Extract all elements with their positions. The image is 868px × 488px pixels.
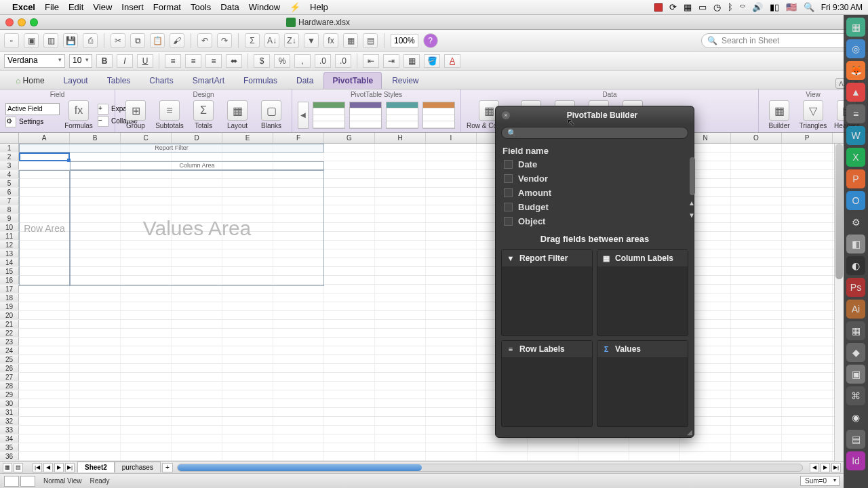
cell[interactable]: [70, 408, 121, 416]
view-normal-button[interactable]: ▦: [3, 463, 12, 472]
cell[interactable]: [324, 179, 375, 187]
cell[interactable]: [19, 152, 70, 161]
cell[interactable]: [375, 197, 426, 205]
cell[interactable]: [19, 399, 70, 407]
cell[interactable]: [426, 144, 477, 152]
cell[interactable]: [222, 170, 273, 178]
cell[interactable]: [19, 197, 70, 205]
autosum-button[interactable]: Σ: [245, 33, 260, 48]
row-header[interactable]: 15: [0, 267, 19, 275]
cell[interactable]: [273, 161, 324, 169]
checkbox-icon[interactable]: [504, 188, 513, 197]
cell[interactable]: [172, 417, 222, 425]
cell[interactable]: [426, 426, 477, 434]
cell[interactable]: [19, 355, 70, 363]
cell[interactable]: [222, 267, 273, 275]
cell[interactable]: [121, 179, 172, 187]
cell[interactable]: [782, 338, 833, 346]
cell[interactable]: [121, 311, 172, 319]
row-header[interactable]: 27: [0, 373, 19, 381]
cell[interactable]: [121, 241, 172, 249]
cell[interactable]: [324, 276, 375, 284]
cell[interactable]: [121, 285, 172, 293]
font-size-select[interactable]: 10: [69, 54, 92, 68]
values-dropzone[interactable]: ΣValues: [597, 340, 688, 427]
cell[interactable]: [528, 443, 578, 451]
sheet-tab-purchases[interactable]: purchases: [115, 462, 161, 472]
cell[interactable]: [782, 205, 833, 214]
cell[interactable]: [578, 443, 629, 451]
cell[interactable]: [70, 241, 121, 249]
cell[interactable]: [324, 443, 375, 451]
checkbox-icon[interactable]: [504, 160, 513, 169]
format-painter-button[interactable]: 🖌: [170, 33, 184, 48]
cell[interactable]: [172, 249, 222, 258]
cell[interactable]: [426, 179, 477, 187]
cell[interactable]: [172, 338, 222, 346]
cell[interactable]: [172, 346, 222, 354]
show-formulas-button[interactable]: ▦: [343, 33, 358, 48]
cell[interactable]: [121, 170, 172, 178]
row-header[interactable]: 35: [0, 443, 19, 451]
cell[interactable]: [172, 426, 222, 434]
cell[interactable]: [782, 302, 833, 310]
cell[interactable]: [782, 214, 833, 222]
cell[interactable]: [19, 346, 70, 354]
spotlight-icon[interactable]: 🔍: [804, 2, 814, 12]
cell[interactable]: [375, 179, 426, 187]
cell[interactable]: [70, 170, 121, 178]
cell[interactable]: [19, 302, 70, 310]
new-button[interactable]: ▫: [4, 33, 19, 48]
cell[interactable]: [324, 390, 375, 399]
row-header[interactable]: 30: [0, 399, 19, 407]
cell[interactable]: [70, 249, 121, 258]
grid-icon[interactable]: ▦: [684, 2, 692, 12]
cell[interactable]: [324, 452, 375, 460]
row-header[interactable]: 33: [0, 426, 19, 434]
cell[interactable]: [222, 249, 273, 258]
checkbox-icon[interactable]: [504, 174, 513, 183]
cell[interactable]: [782, 197, 833, 205]
cell[interactable]: [172, 399, 222, 407]
cell[interactable]: [70, 285, 121, 293]
cell[interactable]: [172, 276, 222, 284]
cell[interactable]: [324, 197, 375, 205]
cell[interactable]: [19, 320, 70, 328]
cell[interactable]: [222, 188, 273, 196]
cell[interactable]: [782, 399, 833, 407]
dock-app-icon[interactable]: ◐: [846, 256, 865, 275]
cell[interactable]: [782, 426, 833, 434]
dock-app-icon[interactable]: ▣: [846, 365, 865, 384]
cell[interactable]: [121, 144, 172, 152]
cell[interactable]: [121, 276, 172, 284]
filter-button[interactable]: ▼: [304, 33, 319, 48]
copy-button[interactable]: ⧉: [130, 33, 145, 48]
cell[interactable]: [731, 364, 782, 372]
cell[interactable]: [731, 232, 782, 240]
cell[interactable]: [375, 293, 426, 302]
tab-next-button[interactable]: ▶: [54, 463, 64, 472]
cell[interactable]: [629, 443, 680, 451]
cell[interactable]: [782, 408, 833, 416]
cell[interactable]: [121, 408, 172, 416]
cell[interactable]: [19, 241, 70, 249]
cell[interactable]: [172, 320, 222, 328]
group-button[interactable]: ⊞Group: [121, 100, 151, 129]
cell[interactable]: [19, 144, 70, 152]
cell[interactable]: [222, 426, 273, 434]
cell[interactable]: [70, 197, 121, 205]
builder-search[interactable]: 🔍: [501, 127, 688, 139]
cell[interactable]: [121, 382, 172, 390]
cell[interactable]: [375, 417, 426, 425]
cell[interactable]: [324, 338, 375, 346]
dock-app-icon[interactable]: W: [846, 126, 865, 145]
template-button[interactable]: ▥: [43, 33, 58, 48]
increase-decimal-button[interactable]: .0: [315, 54, 331, 68]
field-amount[interactable]: Amount: [502, 186, 687, 200]
cell[interactable]: [426, 443, 477, 451]
display-icon[interactable]: ▭: [698, 2, 707, 12]
dock-app-icon[interactable]: ▤: [846, 430, 865, 449]
align-center-button[interactable]: ≡: [185, 54, 201, 68]
print-button[interactable]: ⎙: [83, 33, 98, 48]
cell[interactable]: [273, 426, 324, 434]
